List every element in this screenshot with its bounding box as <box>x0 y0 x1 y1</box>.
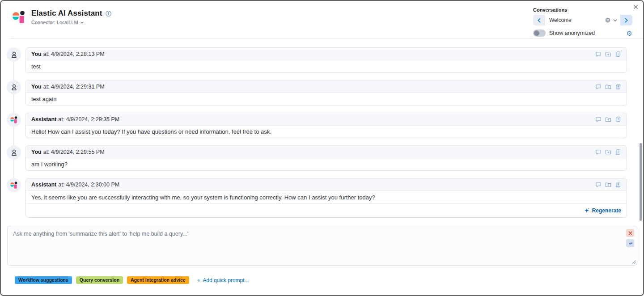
message-panel: Assistant at: 4/9/2024, 2:30:00 PM Yes, … <box>25 178 627 218</box>
message-panel: You at: 4/9/2024, 2:29:55 PM am I workin… <box>25 145 627 171</box>
message-row: You at: 4/9/2024, 2:29:31 PM test again <box>1 80 643 106</box>
show-anonymized-label: Show anonymized <box>549 30 595 36</box>
message-panel: You at: 4/9/2024, 2:29:31 PM test again <box>25 80 627 106</box>
comment-icon[interactable] <box>595 116 602 123</box>
message-row: Assistant at: 4/9/2024, 2:30:00 PM Yes, … <box>1 178 643 218</box>
copy-icon[interactable] <box>615 182 621 188</box>
message-sender: You <box>31 51 42 57</box>
info-icon[interactable] <box>106 11 111 17</box>
message-row: You at: 4/9/2024, 2:28:13 PM test <box>1 47 643 73</box>
conversation-thread: You at: 4/9/2024, 2:28:13 PM test <box>1 47 643 225</box>
message-row: You at: 4/9/2024, 2:29:55 PM am I workin… <box>1 145 643 171</box>
folder-add-icon[interactable] <box>605 51 611 57</box>
folder-add-icon[interactable] <box>605 149 611 155</box>
chevron-right-icon <box>624 18 628 23</box>
elastic-logo-icon <box>10 116 18 124</box>
user-icon <box>10 149 18 156</box>
elastic-logo-icon <box>10 181 18 189</box>
folder-add-icon[interactable] <box>605 182 611 188</box>
message-body: test again <box>26 93 627 105</box>
header: Elastic AI Assistant Connector: LocalLLM <box>12 9 111 25</box>
user-avatar <box>7 47 21 62</box>
header-divider <box>9 38 643 39</box>
clear-circle-icon[interactable] <box>605 17 610 23</box>
message-row: Assistant at: 4/9/2024, 2:29:35 PM Hello… <box>1 113 643 138</box>
plus-icon: + <box>197 277 201 283</box>
regenerate-button[interactable]: Regenerate <box>26 203 627 217</box>
copy-icon[interactable] <box>615 116 621 123</box>
message-timestamp: at: 4/9/2024, 2:29:55 PM <box>43 149 105 155</box>
message-body: Yes, it seems like you are successfully … <box>26 191 627 203</box>
conversation-title: Welcome <box>549 17 603 23</box>
folder-add-icon[interactable] <box>605 84 611 90</box>
conversations-label: Conversations <box>533 7 632 13</box>
message-sender: You <box>31 149 42 155</box>
resize-handle-icon[interactable] <box>631 260 636 264</box>
comment-icon[interactable] <box>595 84 602 90</box>
message-body: Hello! How can I assist you today? If yo… <box>26 126 627 138</box>
quick-prompt-badge[interactable]: Agent integration advice <box>127 276 189 284</box>
user-avatar <box>7 80 21 94</box>
message-sender: Assistant <box>31 182 56 188</box>
message-timestamp: at: 4/9/2024, 2:30:00 PM <box>58 182 119 188</box>
message-panel: Assistant at: 4/9/2024, 2:29:35 PM Hello… <box>25 113 627 138</box>
elastic-logo-icon <box>12 10 26 24</box>
regenerate-label: Regenerate <box>592 207 621 214</box>
show-anonymized-toggle[interactable] <box>533 30 546 37</box>
vertical-scrollbar[interactable] <box>640 143 642 221</box>
message-body: test <box>26 60 627 72</box>
message-timestamp: at: 4/9/2024, 2:28:13 PM <box>43 51 105 57</box>
return-key-icon[interactable] <box>626 239 634 247</box>
comment-icon[interactable] <box>595 51 602 57</box>
message-body: am I working? <box>26 158 627 170</box>
message-sender: You <box>31 84 42 90</box>
close-icon[interactable] <box>631 3 640 11</box>
copy-icon[interactable] <box>615 149 621 155</box>
page-title: Elastic AI Assistant <box>31 9 102 18</box>
user-avatar <box>7 145 21 160</box>
anonymized-row: Show anonymized ⚙ <box>533 30 632 37</box>
connector-selector[interactable]: Connector: LocalLLM <box>31 20 111 25</box>
folder-add-icon[interactable] <box>605 116 611 123</box>
next-conversation-button[interactable] <box>620 15 632 25</box>
assistant-avatar <box>7 113 21 127</box>
conversation-title-combobox[interactable]: Welcome <box>545 15 620 25</box>
chevron-left-icon <box>537 18 541 23</box>
user-icon <box>10 84 18 91</box>
add-quick-prompt-button[interactable]: + Add quick prompt... <box>197 277 249 283</box>
copy-icon[interactable] <box>615 84 621 90</box>
comment-icon[interactable] <box>595 182 602 188</box>
conversation-selector: Welcome <box>533 15 632 25</box>
gear-icon[interactable]: ⚙ <box>627 30 632 37</box>
conversations-panel: Conversations Welcome Show anonymized ⚙ <box>533 7 632 37</box>
user-icon <box>10 51 18 59</box>
clear-x-icon[interactable] <box>626 229 634 237</box>
prompt-input-container <box>7 226 637 266</box>
message-timestamp: at: 4/9/2024, 2:29:31 PM <box>43 84 105 90</box>
message-panel: You at: 4/9/2024, 2:28:13 PM test <box>25 47 627 73</box>
prompt-textarea[interactable] <box>8 226 637 265</box>
quick-prompts-row: Workflow suggestions Query conversion Ag… <box>15 276 249 284</box>
message-timestamp: at: 4/9/2024, 2:29:35 PM <box>58 116 119 123</box>
chevron-down-icon <box>80 21 84 25</box>
sparkle-icon <box>584 208 589 213</box>
add-quick-prompt-label: Add quick prompt... <box>203 277 249 283</box>
quick-prompt-badge[interactable]: Query conversion <box>76 276 123 284</box>
previous-conversation-button[interactable] <box>533 15 545 25</box>
elastic-ai-assistant-window: Elastic AI Assistant Connector: LocalLLM… <box>0 0 644 296</box>
message-sender: Assistant <box>31 116 56 123</box>
connector-label: Connector: LocalLLM <box>31 20 78 25</box>
assistant-avatar <box>7 178 21 192</box>
copy-icon[interactable] <box>615 51 621 57</box>
comment-icon[interactable] <box>595 149 602 155</box>
quick-prompt-badge[interactable]: Workflow suggestions <box>15 276 72 284</box>
chevron-down-icon[interactable] <box>613 18 618 23</box>
